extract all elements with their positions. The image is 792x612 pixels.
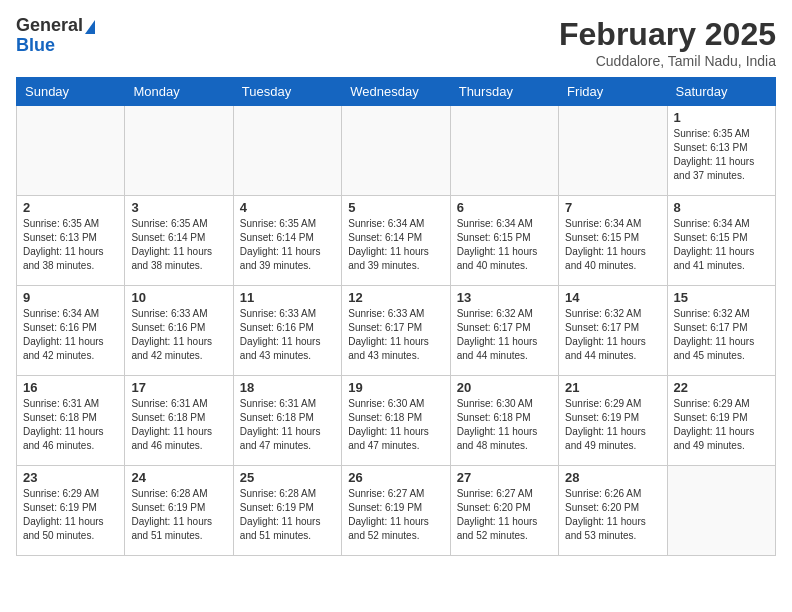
day-number: 16 <box>23 380 118 395</box>
calendar-day-cell: 12Sunrise: 6:33 AM Sunset: 6:17 PM Dayli… <box>342 286 450 376</box>
day-info: Sunrise: 6:29 AM Sunset: 6:19 PM Dayligh… <box>565 397 660 453</box>
calendar-day-cell: 4Sunrise: 6:35 AM Sunset: 6:14 PM Daylig… <box>233 196 341 286</box>
day-number: 20 <box>457 380 552 395</box>
calendar-day-cell: 16Sunrise: 6:31 AM Sunset: 6:18 PM Dayli… <box>17 376 125 466</box>
calendar-week-row: 9Sunrise: 6:34 AM Sunset: 6:16 PM Daylig… <box>17 286 776 376</box>
day-number: 4 <box>240 200 335 215</box>
calendar-day-cell: 22Sunrise: 6:29 AM Sunset: 6:19 PM Dayli… <box>667 376 775 466</box>
day-number: 23 <box>23 470 118 485</box>
day-of-week-header: Sunday <box>17 78 125 106</box>
day-number: 15 <box>674 290 769 305</box>
calendar-day-cell: 11Sunrise: 6:33 AM Sunset: 6:16 PM Dayli… <box>233 286 341 376</box>
day-number: 9 <box>23 290 118 305</box>
calendar-day-cell: 6Sunrise: 6:34 AM Sunset: 6:15 PM Daylig… <box>450 196 558 286</box>
calendar-day-cell: 15Sunrise: 6:32 AM Sunset: 6:17 PM Dayli… <box>667 286 775 376</box>
day-info: Sunrise: 6:32 AM Sunset: 6:17 PM Dayligh… <box>565 307 660 363</box>
calendar-week-row: 23Sunrise: 6:29 AM Sunset: 6:19 PM Dayli… <box>17 466 776 556</box>
logo: General Blue <box>16 16 95 56</box>
day-number: 26 <box>348 470 443 485</box>
calendar-day-cell: 19Sunrise: 6:30 AM Sunset: 6:18 PM Dayli… <box>342 376 450 466</box>
calendar-week-row: 1Sunrise: 6:35 AM Sunset: 6:13 PM Daylig… <box>17 106 776 196</box>
day-of-week-header: Monday <box>125 78 233 106</box>
day-info: Sunrise: 6:33 AM Sunset: 6:16 PM Dayligh… <box>131 307 226 363</box>
calendar-day-cell: 24Sunrise: 6:28 AM Sunset: 6:19 PM Dayli… <box>125 466 233 556</box>
day-of-week-header: Tuesday <box>233 78 341 106</box>
calendar-day-cell: 8Sunrise: 6:34 AM Sunset: 6:15 PM Daylig… <box>667 196 775 286</box>
logo-blue-text: Blue <box>16 36 95 56</box>
day-number: 18 <box>240 380 335 395</box>
calendar-day-cell: 17Sunrise: 6:31 AM Sunset: 6:18 PM Dayli… <box>125 376 233 466</box>
calendar-day-cell: 23Sunrise: 6:29 AM Sunset: 6:19 PM Dayli… <box>17 466 125 556</box>
calendar-day-cell: 2Sunrise: 6:35 AM Sunset: 6:13 PM Daylig… <box>17 196 125 286</box>
calendar-day-cell: 5Sunrise: 6:34 AM Sunset: 6:14 PM Daylig… <box>342 196 450 286</box>
calendar-day-cell <box>17 106 125 196</box>
day-info: Sunrise: 6:33 AM Sunset: 6:16 PM Dayligh… <box>240 307 335 363</box>
day-of-week-header: Saturday <box>667 78 775 106</box>
calendar-day-cell: 13Sunrise: 6:32 AM Sunset: 6:17 PM Dayli… <box>450 286 558 376</box>
day-number: 7 <box>565 200 660 215</box>
day-info: Sunrise: 6:35 AM Sunset: 6:14 PM Dayligh… <box>131 217 226 273</box>
calendar-week-row: 2Sunrise: 6:35 AM Sunset: 6:13 PM Daylig… <box>17 196 776 286</box>
day-info: Sunrise: 6:29 AM Sunset: 6:19 PM Dayligh… <box>674 397 769 453</box>
day-info: Sunrise: 6:34 AM Sunset: 6:14 PM Dayligh… <box>348 217 443 273</box>
day-info: Sunrise: 6:35 AM Sunset: 6:13 PM Dayligh… <box>674 127 769 183</box>
calendar-day-cell: 25Sunrise: 6:28 AM Sunset: 6:19 PM Dayli… <box>233 466 341 556</box>
calendar-day-cell: 7Sunrise: 6:34 AM Sunset: 6:15 PM Daylig… <box>559 196 667 286</box>
day-number: 22 <box>674 380 769 395</box>
day-number: 13 <box>457 290 552 305</box>
calendar-day-cell: 28Sunrise: 6:26 AM Sunset: 6:20 PM Dayli… <box>559 466 667 556</box>
month-title: February 2025 <box>559 16 776 53</box>
calendar-header-row: SundayMondayTuesdayWednesdayThursdayFrid… <box>17 78 776 106</box>
calendar-day-cell: 26Sunrise: 6:27 AM Sunset: 6:19 PM Dayli… <box>342 466 450 556</box>
day-number: 12 <box>348 290 443 305</box>
day-info: Sunrise: 6:34 AM Sunset: 6:16 PM Dayligh… <box>23 307 118 363</box>
day-info: Sunrise: 6:28 AM Sunset: 6:19 PM Dayligh… <box>240 487 335 543</box>
day-number: 27 <box>457 470 552 485</box>
day-info: Sunrise: 6:34 AM Sunset: 6:15 PM Dayligh… <box>674 217 769 273</box>
day-number: 14 <box>565 290 660 305</box>
day-number: 6 <box>457 200 552 215</box>
location-text: Cuddalore, Tamil Nadu, India <box>559 53 776 69</box>
logo-triangle-icon <box>85 20 95 34</box>
calendar-day-cell: 3Sunrise: 6:35 AM Sunset: 6:14 PM Daylig… <box>125 196 233 286</box>
day-number: 5 <box>348 200 443 215</box>
day-info: Sunrise: 6:31 AM Sunset: 6:18 PM Dayligh… <box>23 397 118 453</box>
day-number: 11 <box>240 290 335 305</box>
day-info: Sunrise: 6:26 AM Sunset: 6:20 PM Dayligh… <box>565 487 660 543</box>
calendar-day-cell: 20Sunrise: 6:30 AM Sunset: 6:18 PM Dayli… <box>450 376 558 466</box>
calendar-table: SundayMondayTuesdayWednesdayThursdayFrid… <box>16 77 776 556</box>
day-info: Sunrise: 6:34 AM Sunset: 6:15 PM Dayligh… <box>457 217 552 273</box>
calendar-day-cell <box>559 106 667 196</box>
day-number: 25 <box>240 470 335 485</box>
day-number: 8 <box>674 200 769 215</box>
calendar-day-cell <box>342 106 450 196</box>
day-info: Sunrise: 6:32 AM Sunset: 6:17 PM Dayligh… <box>674 307 769 363</box>
day-info: Sunrise: 6:33 AM Sunset: 6:17 PM Dayligh… <box>348 307 443 363</box>
day-number: 1 <box>674 110 769 125</box>
day-of-week-header: Wednesday <box>342 78 450 106</box>
calendar-day-cell: 14Sunrise: 6:32 AM Sunset: 6:17 PM Dayli… <box>559 286 667 376</box>
day-info: Sunrise: 6:30 AM Sunset: 6:18 PM Dayligh… <box>457 397 552 453</box>
day-info: Sunrise: 6:35 AM Sunset: 6:13 PM Dayligh… <box>23 217 118 273</box>
calendar-week-row: 16Sunrise: 6:31 AM Sunset: 6:18 PM Dayli… <box>17 376 776 466</box>
calendar-day-cell: 21Sunrise: 6:29 AM Sunset: 6:19 PM Dayli… <box>559 376 667 466</box>
day-number: 19 <box>348 380 443 395</box>
day-info: Sunrise: 6:27 AM Sunset: 6:20 PM Dayligh… <box>457 487 552 543</box>
calendar-day-cell: 10Sunrise: 6:33 AM Sunset: 6:16 PM Dayli… <box>125 286 233 376</box>
day-number: 24 <box>131 470 226 485</box>
day-info: Sunrise: 6:29 AM Sunset: 6:19 PM Dayligh… <box>23 487 118 543</box>
day-info: Sunrise: 6:35 AM Sunset: 6:14 PM Dayligh… <box>240 217 335 273</box>
day-info: Sunrise: 6:32 AM Sunset: 6:17 PM Dayligh… <box>457 307 552 363</box>
day-of-week-header: Friday <box>559 78 667 106</box>
day-info: Sunrise: 6:30 AM Sunset: 6:18 PM Dayligh… <box>348 397 443 453</box>
day-number: 3 <box>131 200 226 215</box>
calendar-day-cell: 18Sunrise: 6:31 AM Sunset: 6:18 PM Dayli… <box>233 376 341 466</box>
day-info: Sunrise: 6:31 AM Sunset: 6:18 PM Dayligh… <box>131 397 226 453</box>
title-section: February 2025 Cuddalore, Tamil Nadu, Ind… <box>559 16 776 69</box>
page-header: General Blue February 2025 Cuddalore, Ta… <box>16 16 776 69</box>
day-number: 21 <box>565 380 660 395</box>
calendar-day-cell: 9Sunrise: 6:34 AM Sunset: 6:16 PM Daylig… <box>17 286 125 376</box>
day-number: 28 <box>565 470 660 485</box>
day-info: Sunrise: 6:31 AM Sunset: 6:18 PM Dayligh… <box>240 397 335 453</box>
day-number: 10 <box>131 290 226 305</box>
